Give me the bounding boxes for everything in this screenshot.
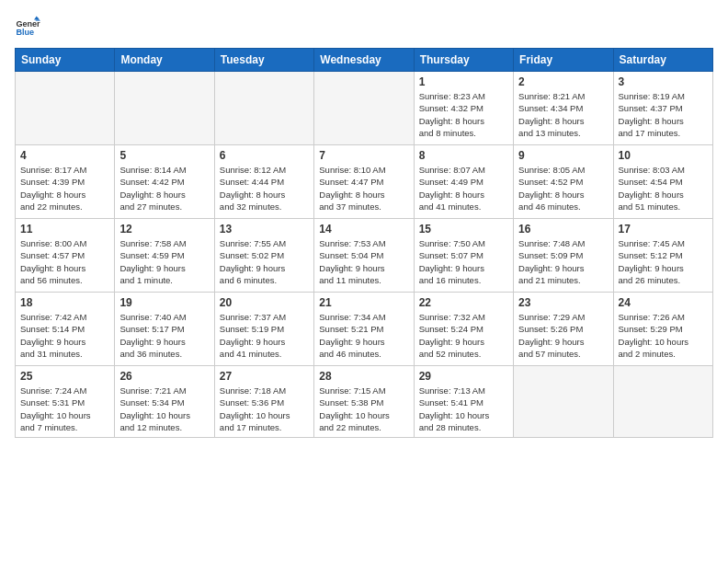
- day-info: Sunrise: 8:07 AM Sunset: 4:49 PM Dayligh…: [419, 164, 508, 213]
- page-container: General Blue SundayMondayTuesdayWednesda…: [0, 0, 728, 445]
- calendar-cell: 14Sunrise: 7:53 AM Sunset: 5:04 PM Dayli…: [314, 219, 414, 293]
- weekday-header-sunday: Sunday: [16, 49, 115, 72]
- day-info: Sunrise: 7:40 AM Sunset: 5:17 PM Dayligh…: [119, 311, 209, 360]
- calendar-cell: 3Sunrise: 8:19 AM Sunset: 4:37 PM Daylig…: [613, 72, 712, 145]
- calendar-header-row: SundayMondayTuesdayWednesdayThursdayFrid…: [16, 49, 713, 72]
- calendar-cell: 20Sunrise: 7:37 AM Sunset: 5:19 PM Dayli…: [214, 293, 313, 366]
- calendar-table: SundayMondayTuesdayWednesdayThursdayFrid…: [15, 48, 713, 438]
- day-info: Sunrise: 8:12 AM Sunset: 4:44 PM Dayligh…: [220, 164, 309, 213]
- day-number: 14: [319, 223, 408, 236]
- day-number: 20: [220, 296, 309, 309]
- day-number: 7: [319, 149, 408, 162]
- weekday-header-wednesday: Wednesday: [314, 49, 414, 72]
- day-number: 28: [319, 370, 408, 383]
- day-info: Sunrise: 7:21 AM Sunset: 5:34 PM Dayligh…: [119, 385, 209, 433]
- calendar-cell: 21Sunrise: 7:34 AM Sunset: 5:21 PM Dayli…: [314, 293, 414, 366]
- day-number: 27: [220, 370, 309, 383]
- day-info: Sunrise: 8:03 AM Sunset: 4:54 PM Dayligh…: [619, 164, 708, 213]
- day-info: Sunrise: 7:24 AM Sunset: 5:31 PM Dayligh…: [20, 385, 109, 433]
- day-info: Sunrise: 8:19 AM Sunset: 4:37 PM Dayligh…: [619, 90, 708, 139]
- weekday-header-monday: Monday: [115, 49, 214, 72]
- day-number: 2: [518, 75, 608, 88]
- calendar-cell: 24Sunrise: 7:26 AM Sunset: 5:29 PM Dayli…: [613, 293, 712, 366]
- weekday-header-saturday: Saturday: [613, 49, 712, 72]
- day-info: Sunrise: 7:26 AM Sunset: 5:29 PM Dayligh…: [619, 311, 708, 360]
- calendar-cell: [214, 72, 313, 145]
- week-row-3: 11Sunrise: 8:00 AM Sunset: 4:57 PM Dayli…: [16, 219, 713, 293]
- day-info: Sunrise: 7:48 AM Sunset: 5:09 PM Dayligh…: [518, 237, 608, 286]
- calendar-cell: 17Sunrise: 7:45 AM Sunset: 5:12 PM Dayli…: [613, 219, 712, 293]
- calendar-cell: [115, 72, 214, 145]
- calendar-cell: 28Sunrise: 7:15 AM Sunset: 5:38 PM Dayli…: [314, 366, 414, 438]
- calendar-cell: 5Sunrise: 8:14 AM Sunset: 4:42 PM Daylig…: [115, 145, 214, 219]
- calendar-cell: 12Sunrise: 7:58 AM Sunset: 4:59 PM Dayli…: [115, 219, 214, 293]
- day-info: Sunrise: 8:17 AM Sunset: 4:39 PM Dayligh…: [20, 164, 109, 213]
- week-row-2: 4Sunrise: 8:17 AM Sunset: 4:39 PM Daylig…: [16, 145, 713, 219]
- calendar-cell: [514, 366, 613, 438]
- calendar-cell: 13Sunrise: 7:55 AM Sunset: 5:02 PM Dayli…: [214, 219, 313, 293]
- day-info: Sunrise: 8:00 AM Sunset: 4:57 PM Dayligh…: [20, 237, 109, 286]
- calendar-cell: [613, 366, 712, 438]
- calendar-cell: 23Sunrise: 7:29 AM Sunset: 5:26 PM Dayli…: [514, 293, 613, 366]
- day-info: Sunrise: 7:34 AM Sunset: 5:21 PM Dayligh…: [319, 311, 408, 360]
- calendar-cell: 25Sunrise: 7:24 AM Sunset: 5:31 PM Dayli…: [16, 366, 115, 438]
- weekday-header-thursday: Thursday: [414, 49, 513, 72]
- calendar-cell: 7Sunrise: 8:10 AM Sunset: 4:47 PM Daylig…: [314, 145, 414, 219]
- calendar-cell: 11Sunrise: 8:00 AM Sunset: 4:57 PM Dayli…: [16, 219, 115, 293]
- day-number: 5: [119, 149, 209, 162]
- day-number: 1: [419, 75, 508, 88]
- day-number: 26: [119, 370, 209, 383]
- calendar-cell: 18Sunrise: 7:42 AM Sunset: 5:14 PM Dayli…: [16, 293, 115, 366]
- day-number: 17: [619, 223, 708, 236]
- header-section: General Blue: [15, 15, 713, 40]
- day-number: 12: [119, 223, 209, 236]
- day-info: Sunrise: 7:32 AM Sunset: 5:24 PM Dayligh…: [419, 311, 508, 360]
- weekday-header-tuesday: Tuesday: [214, 49, 313, 72]
- calendar-cell: 22Sunrise: 7:32 AM Sunset: 5:24 PM Dayli…: [414, 293, 513, 366]
- logo: General Blue: [15, 15, 40, 40]
- logo-icon: General Blue: [15, 15, 40, 40]
- day-number: 24: [619, 296, 708, 309]
- week-row-4: 18Sunrise: 7:42 AM Sunset: 5:14 PM Dayli…: [16, 293, 713, 366]
- calendar-cell: [16, 72, 115, 145]
- day-info: Sunrise: 7:45 AM Sunset: 5:12 PM Dayligh…: [619, 237, 708, 286]
- day-info: Sunrise: 8:05 AM Sunset: 4:52 PM Dayligh…: [518, 164, 608, 213]
- day-info: Sunrise: 7:55 AM Sunset: 5:02 PM Dayligh…: [220, 237, 309, 286]
- day-info: Sunrise: 8:14 AM Sunset: 4:42 PM Dayligh…: [119, 164, 209, 213]
- day-info: Sunrise: 7:53 AM Sunset: 5:04 PM Dayligh…: [319, 237, 408, 286]
- day-number: 4: [20, 149, 109, 162]
- week-row-1: 1Sunrise: 8:23 AM Sunset: 4:32 PM Daylig…: [16, 72, 713, 145]
- day-number: 25: [20, 370, 109, 383]
- day-info: Sunrise: 8:23 AM Sunset: 4:32 PM Dayligh…: [419, 90, 508, 139]
- day-number: 23: [518, 296, 608, 309]
- calendar-cell: 1Sunrise: 8:23 AM Sunset: 4:32 PM Daylig…: [414, 72, 513, 145]
- day-info: Sunrise: 7:18 AM Sunset: 5:36 PM Dayligh…: [220, 385, 309, 433]
- day-number: 19: [119, 296, 209, 309]
- calendar-cell: 10Sunrise: 8:03 AM Sunset: 4:54 PM Dayli…: [613, 145, 712, 219]
- day-number: 11: [20, 223, 109, 236]
- calendar-cell: 6Sunrise: 8:12 AM Sunset: 4:44 PM Daylig…: [214, 145, 313, 219]
- day-info: Sunrise: 7:15 AM Sunset: 5:38 PM Dayligh…: [319, 385, 408, 433]
- day-number: 18: [20, 296, 109, 309]
- day-number: 15: [419, 223, 508, 236]
- day-info: Sunrise: 7:50 AM Sunset: 5:07 PM Dayligh…: [419, 237, 508, 286]
- day-info: Sunrise: 8:21 AM Sunset: 4:34 PM Dayligh…: [518, 90, 608, 139]
- day-number: 21: [319, 296, 408, 309]
- day-info: Sunrise: 7:58 AM Sunset: 4:59 PM Dayligh…: [119, 237, 209, 286]
- weekday-header-friday: Friday: [514, 49, 613, 72]
- day-number: 9: [518, 149, 608, 162]
- day-info: Sunrise: 7:13 AM Sunset: 5:41 PM Dayligh…: [419, 385, 508, 433]
- day-number: 29: [419, 370, 508, 383]
- day-number: 3: [619, 75, 708, 88]
- week-row-5: 25Sunrise: 7:24 AM Sunset: 5:31 PM Dayli…: [16, 366, 713, 438]
- day-number: 16: [518, 223, 608, 236]
- calendar-cell: 16Sunrise: 7:48 AM Sunset: 5:09 PM Dayli…: [514, 219, 613, 293]
- day-number: 6: [220, 149, 309, 162]
- day-info: Sunrise: 8:10 AM Sunset: 4:47 PM Dayligh…: [319, 164, 408, 213]
- day-info: Sunrise: 7:29 AM Sunset: 5:26 PM Dayligh…: [518, 311, 608, 360]
- day-number: 10: [619, 149, 708, 162]
- calendar-cell: 27Sunrise: 7:18 AM Sunset: 5:36 PM Dayli…: [214, 366, 313, 438]
- day-number: 22: [419, 296, 508, 309]
- calendar-cell: 4Sunrise: 8:17 AM Sunset: 4:39 PM Daylig…: [16, 145, 115, 219]
- calendar-cell: 29Sunrise: 7:13 AM Sunset: 5:41 PM Dayli…: [414, 366, 513, 438]
